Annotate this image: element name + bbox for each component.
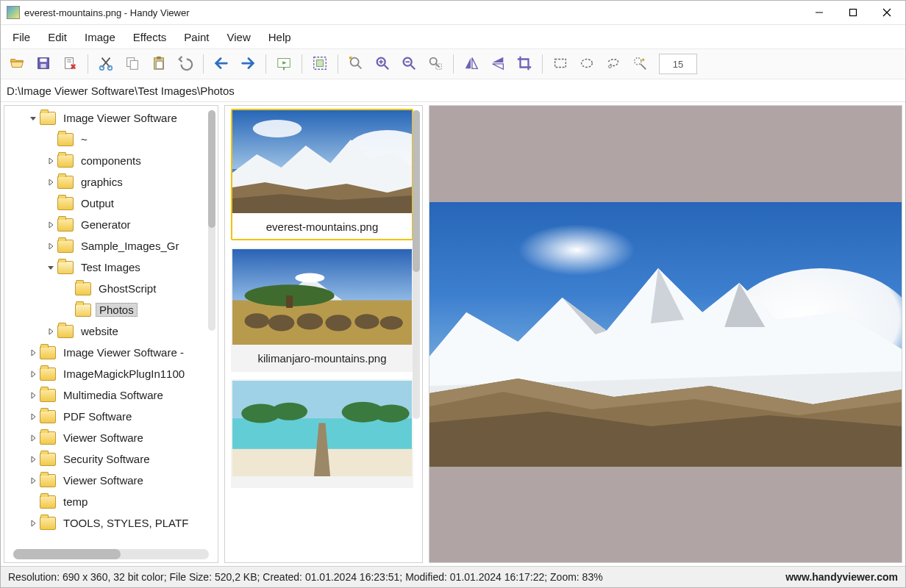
undo-button[interactable]: [174, 52, 197, 76]
folder-icon: [40, 346, 56, 359]
tree-row[interactable]: TOOLS, STYLES, PLATF: [4, 512, 218, 534]
svg-rect-38: [555, 59, 566, 67]
chevron-down-icon[interactable]: [28, 113, 38, 123]
zoom-out-button[interactable]: [397, 52, 421, 76]
chevron-right-icon[interactable]: [28, 518, 38, 528]
svg-marker-35: [472, 57, 477, 68]
tree-row[interactable]: Image Viewer Software: [4, 107, 218, 129]
tree-row[interactable]: GhostScript: [4, 278, 218, 299]
menu-help[interactable]: Help: [260, 28, 300, 46]
tree-row[interactable]: ~: [4, 129, 218, 150]
delete-icon: [62, 55, 78, 74]
menu-paint[interactable]: Paint: [175, 28, 218, 46]
svg-rect-15: [157, 56, 161, 59]
chevron-right-icon[interactable]: [28, 454, 38, 465]
tree-row[interactable]: Image Viewer Software -: [4, 342, 218, 363]
folder-icon: [40, 495, 56, 509]
thumbnail-card[interactable]: everest-mountains.png: [231, 109, 413, 240]
chevron-right-icon[interactable]: [28, 348, 38, 358]
close-button[interactable]: [870, 1, 904, 24]
tree-row[interactable]: graphics: [4, 171, 218, 193]
zoom-region-button[interactable]: [424, 52, 447, 76]
tree-row[interactable]: Output: [4, 193, 218, 214]
open-button[interactable]: [5, 52, 29, 76]
tree-row[interactable]: Security Software: [4, 448, 218, 470]
svg-rect-5: [40, 58, 46, 62]
chevron-right-icon[interactable]: [28, 390, 38, 401]
maximize-button[interactable]: [836, 1, 870, 24]
chevron-down-icon[interactable]: [46, 262, 56, 273]
path-bar: D:\Image Viewer Software\Test Images\Pho…: [1, 79, 905, 102]
select-wand-button[interactable]: [628, 52, 652, 76]
zoom-fit-button[interactable]: [344, 52, 368, 76]
select-rect-button[interactable]: [549, 52, 572, 76]
menu-file[interactable]: File: [4, 28, 39, 46]
copy-button[interactable]: [121, 52, 144, 76]
tree-row[interactable]: Sample_Images_Gr: [4, 235, 218, 257]
tree-row[interactable]: Test Images: [4, 257, 218, 278]
flip-h-button[interactable]: [460, 52, 483, 76]
minimize-button[interactable]: [802, 1, 836, 24]
tree-label: ~: [81, 133, 88, 146]
toolbar-value-input[interactable]: [659, 54, 697, 74]
thumbnail-list[interactable]: everest-mountains.pngkilimanjaro-mountai…: [225, 106, 422, 562]
select-ellipse-button[interactable]: [575, 52, 599, 76]
tree-hscrollbar[interactable]: [13, 549, 209, 559]
zoom-region-icon: [427, 55, 443, 74]
chevron-right-icon[interactable]: [46, 177, 56, 187]
folder-icon: [57, 133, 74, 146]
thumb-scrollbar[interactable]: [413, 110, 420, 419]
tree-label: Test Images: [81, 261, 140, 273]
app-window: everest-mountains.png - Handy Viewer Fil…: [0, 0, 906, 588]
tree-row[interactable]: Multimedia Software: [4, 384, 218, 406]
thumbnail-card[interactable]: kilimanjaro-mountains.png: [231, 248, 413, 372]
tree-row[interactable]: ImageMagickPlugIn1100: [4, 363, 218, 384]
expander-none: [46, 135, 56, 145]
crop-button[interactable]: [513, 52, 536, 76]
folder-icon: [75, 304, 91, 317]
tree-row[interactable]: temp: [4, 491, 218, 512]
chevron-right-icon[interactable]: [46, 156, 56, 166]
flip-v-button[interactable]: [486, 52, 510, 76]
svg-rect-6: [40, 63, 46, 68]
tree-scrollbar[interactable]: [208, 110, 215, 331]
tree-row[interactable]: Viewer Software: [4, 470, 218, 491]
chevron-right-icon[interactable]: [46, 220, 56, 230]
select-lasso-button[interactable]: [602, 52, 625, 76]
svg-point-74: [297, 313, 323, 329]
menu-image[interactable]: Image: [76, 28, 124, 46]
paste-button[interactable]: [147, 52, 171, 76]
tree-row[interactable]: Generator: [4, 214, 218, 235]
fullscreen-icon: [312, 55, 328, 74]
status-bar: Resolution: 690 x 360, 32 bit color; Fil…: [1, 566, 905, 587]
chevron-right-icon[interactable]: [28, 412, 38, 422]
toolbar-separator: [453, 54, 454, 74]
tree-row[interactable]: components: [4, 150, 218, 171]
chevron-right-icon[interactable]: [28, 476, 38, 486]
fullscreen-button[interactable]: [308, 52, 332, 76]
menu-edit[interactable]: Edit: [39, 28, 76, 46]
tree-row[interactable]: Viewer Software: [4, 427, 218, 448]
image-viewer[interactable]: [429, 106, 902, 562]
chevron-right-icon[interactable]: [28, 433, 38, 443]
tree-row[interactable]: Photos: [4, 299, 218, 320]
cut-button[interactable]: [94, 52, 118, 76]
folder-tree[interactable]: Image Viewer Software~componentsgraphics…: [4, 106, 218, 548]
tree-row[interactable]: PDF Software: [4, 406, 218, 427]
delete-button[interactable]: [58, 52, 82, 76]
prev-button[interactable]: [210, 52, 233, 76]
chevron-right-icon[interactable]: [28, 369, 38, 379]
tree-label: ImageMagickPlugIn1100: [63, 368, 185, 380]
next-button[interactable]: [236, 52, 260, 76]
chevron-right-icon[interactable]: [46, 326, 56, 337]
slideshow-button[interactable]: [272, 52, 296, 76]
svg-marker-43: [30, 117, 36, 121]
menu-effects[interactable]: Effects: [124, 28, 176, 46]
save-button[interactable]: [32, 52, 55, 76]
chevron-right-icon[interactable]: [46, 241, 56, 251]
thumbnail-card[interactable]: [231, 379, 413, 488]
svg-point-39: [582, 59, 593, 67]
zoom-in-button[interactable]: [371, 52, 394, 76]
menu-view[interactable]: View: [218, 28, 260, 46]
tree-row[interactable]: website: [4, 320, 218, 342]
